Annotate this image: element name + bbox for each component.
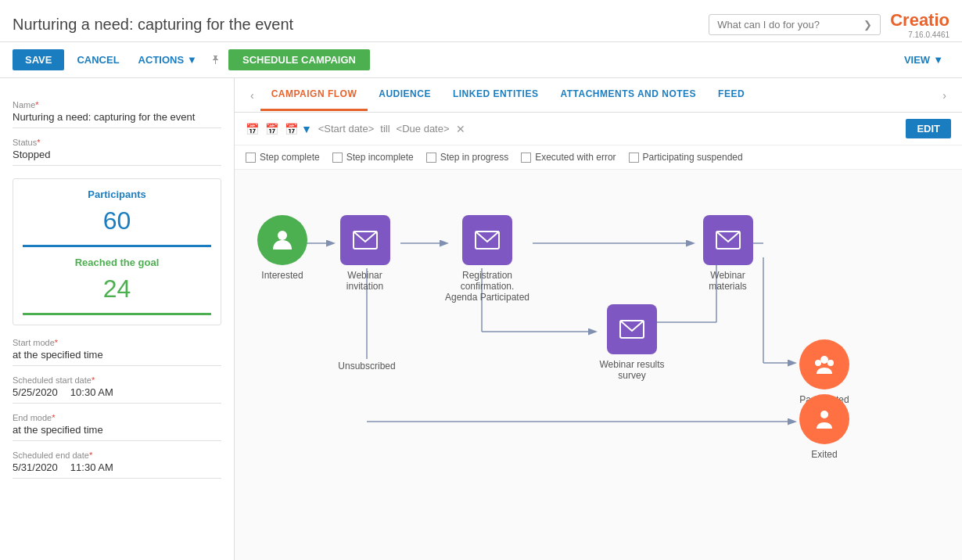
legend-participating-suspended: Participating suspended	[629, 152, 743, 163]
page-title: Nurturing a need: capturing for the even…	[13, 16, 293, 34]
legend-bar: Step complete Step incomplete Step in pr…	[235, 145, 962, 170]
person-icon	[270, 228, 295, 253]
view-button[interactable]: VIEW ▼	[898, 49, 949, 70]
actions-button[interactable]: ACTIONS ▼	[132, 49, 203, 70]
legend-step-incomplete: Step incomplete	[332, 152, 414, 163]
calendar-icon-2[interactable]: 📅	[265, 123, 278, 135]
calendar-icon-3[interactable]: 📅 ▼	[285, 123, 312, 135]
svg-point-12	[278, 231, 287, 240]
toolbar: SAVE CANCEL ACTIONS ▼ 🖈 SCHEDULE CAMPAIG…	[0, 42, 962, 78]
participants-section: Participants 60	[23, 188, 211, 247]
email-icon	[353, 231, 378, 249]
node-webinar-survey[interactable]: Webinar results survey	[593, 304, 671, 381]
view-dropdown-icon: ▼	[933, 54, 943, 66]
flow-canvas-area: Interested Webinar invitation	[235, 170, 962, 560]
participants-label: Participants	[23, 188, 211, 200]
date-clear-icon[interactable]: ✕	[456, 123, 465, 135]
legend-label-complete: Step complete	[260, 152, 320, 163]
node-unsubscribed: Unsubscribed	[332, 361, 402, 372]
stats-card: Participants 60 Reached the goal 24	[13, 178, 221, 325]
svg-point-18	[815, 360, 821, 366]
edit-button[interactable]: EDIT	[906, 119, 951, 138]
end-mode-value[interactable]: at the specified time	[13, 424, 221, 441]
pin-icon[interactable]: 🖈	[210, 53, 222, 67]
search-box[interactable]: ❯	[709, 14, 881, 35]
tab-feed[interactable]: FEED	[707, 79, 756, 111]
legend-executed-error: Executed with error	[521, 152, 616, 163]
save-button[interactable]: SAVE	[13, 49, 64, 70]
search-input[interactable]	[717, 19, 863, 31]
date-till: till	[380, 123, 389, 135]
flow-canvas: Interested Webinar invitation	[247, 179, 920, 468]
main-layout: Name* Nurturing a need: capturing for th…	[0, 78, 962, 560]
scheduled-start-time: 10:30 AM	[70, 386, 113, 398]
scheduled-end-time: 11:30 AM	[70, 461, 113, 473]
node-interested-label: Interested	[247, 270, 318, 281]
node-webinar-invitation[interactable]: Webinar invitation	[332, 215, 398, 292]
search-arrow-icon: ❯	[863, 19, 872, 31]
name-label: Name*	[13, 100, 221, 109]
legend-label-suspended: Participating suspended	[643, 152, 743, 163]
legend-checkbox-in-progress[interactable]	[426, 153, 436, 163]
scheduled-end-value[interactable]: 5/31/2020 11:30 AM	[13, 461, 221, 479]
email-icon-2	[475, 231, 500, 249]
tab-attachments-notes[interactable]: ATTACHMENTS AND NOTES	[549, 79, 707, 111]
goal-section: Reached the goal 24	[23, 257, 211, 315]
participated-icon	[812, 352, 837, 377]
legend-step-complete: Step complete	[246, 152, 320, 163]
legend-checkbox-complete[interactable]	[246, 153, 256, 163]
header-right: ❯ Creatio 7.16.0.4461	[709, 10, 949, 39]
goal-count: 24	[23, 275, 211, 303]
tab-audience[interactable]: AUDIENCE	[368, 79, 442, 111]
node-webinar-materials[interactable]: Webinar materials	[691, 215, 765, 292]
schedule-campaign-button[interactable]: SCHEDULE CAMPAIGN	[228, 49, 370, 70]
status-label: Status*	[13, 138, 221, 147]
legend-label-incomplete: Step incomplete	[346, 152, 414, 163]
scheduled-end-date: 5/31/2020	[13, 461, 58, 473]
legend-step-in-progress: Step in progress	[426, 152, 508, 163]
name-value[interactable]: Nurturing a need: capturing for the even…	[13, 111, 221, 128]
participants-count: 60	[23, 206, 211, 235]
legend-label-in-progress: Step in progress	[440, 152, 508, 163]
scheduled-start-value[interactable]: 5/25/2020 10:30 AM	[13, 386, 221, 404]
email-icon-4	[619, 320, 644, 339]
start-mode-label: Start mode*	[13, 338, 221, 347]
date-start-placeholder[interactable]: <Start date>	[318, 123, 375, 135]
svg-point-19	[827, 360, 834, 366]
node-webinar-materials-label: Webinar materials	[691, 270, 765, 292]
tab-campaign-flow[interactable]: CAMPAIGN FLOW	[260, 79, 368, 111]
legend-checkbox-incomplete[interactable]	[332, 153, 343, 163]
node-registration[interactable]: Registration confirmation. Agenda Partic…	[444, 215, 530, 303]
node-exited[interactable]: Exited	[793, 394, 856, 460]
node-webinar-survey-label: Webinar results survey	[593, 359, 671, 381]
logo-area: Creatio 7.16.0.4461	[890, 10, 949, 39]
node-exited-label: Exited	[793, 449, 856, 460]
node-interested[interactable]: Interested	[247, 215, 318, 281]
node-registration-label: Registration confirmation. Agenda Partic…	[444, 270, 530, 303]
right-panel: ‹ CAMPAIGN FLOW AUDIENCE LINKED ENTITIES…	[235, 78, 962, 560]
end-mode-label: End mode*	[13, 413, 221, 422]
svg-point-20	[820, 411, 828, 418]
actions-dropdown-icon: ▼	[187, 54, 197, 66]
logo-version: 7.16.0.4461	[908, 31, 949, 39]
tab-linked-entities[interactable]: LINKED ENTITIES	[442, 79, 550, 111]
tab-prev-arrow[interactable]: ‹	[244, 89, 260, 102]
calendar-icon-1[interactable]: 📅	[246, 123, 259, 135]
left-panel: Name* Nurturing a need: capturing for th…	[0, 78, 235, 560]
cancel-button[interactable]: CANCEL	[70, 49, 125, 70]
tab-next-arrow[interactable]: ›	[936, 89, 953, 102]
scheduled-start-label: Scheduled start date*	[13, 375, 221, 385]
start-mode-value[interactable]: at the specified time	[13, 349, 221, 366]
legend-checkbox-error[interactable]	[521, 153, 531, 163]
email-icon-3	[716, 231, 741, 249]
goal-label: Reached the goal	[23, 257, 211, 268]
node-webinar-invitation-label: Webinar invitation	[332, 270, 398, 292]
legend-label-error: Executed with error	[535, 152, 616, 163]
status-value[interactable]: Stopped	[13, 149, 221, 166]
date-filter-bar: 📅 📅 📅 ▼ <Start date> till <Due date> ✕ E…	[235, 113, 962, 145]
legend-checkbox-suspended[interactable]	[629, 153, 639, 163]
scheduled-end-label: Scheduled end date*	[13, 451, 221, 460]
logo-text: Creatio	[890, 10, 949, 31]
date-end-placeholder[interactable]: <Due date>	[397, 123, 450, 135]
exited-icon	[812, 407, 837, 432]
